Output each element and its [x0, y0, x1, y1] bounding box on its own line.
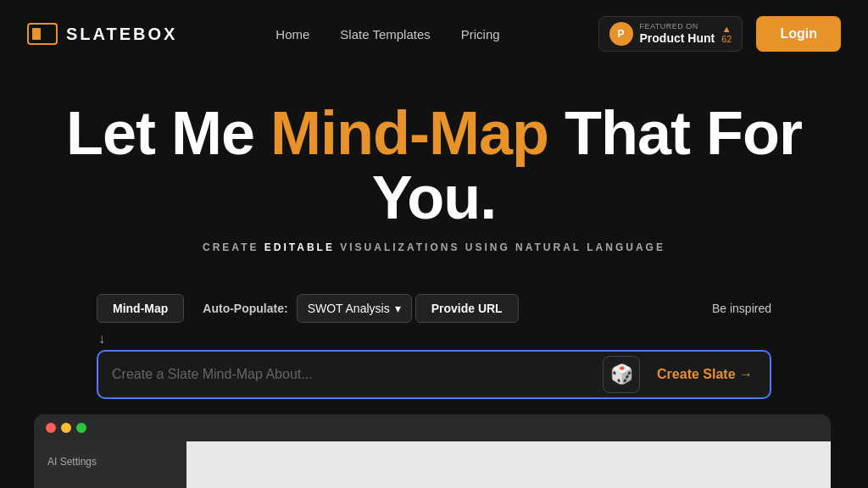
- logo: SLATEBOX: [27, 23, 177, 45]
- navbar: SLATEBOX Home Slate Templates Pricing P …: [0, 0, 868, 68]
- logo-text: SLATEBOX: [66, 25, 177, 44]
- close-dot: [46, 423, 56, 433]
- hero-section: Let Me Mind-Map That For You. CREATE EDI…: [0, 68, 868, 294]
- swot-label: SWOT Analysis: [308, 302, 390, 315]
- ph-text: FEATURED ON Product Hunt: [640, 22, 715, 46]
- ph-logo: P: [609, 22, 633, 46]
- minimize-dot: [61, 423, 71, 433]
- ph-count: ▲ 62: [721, 24, 732, 44]
- tab-mind-map[interactable]: Mind-Map: [97, 294, 184, 323]
- hero-title-highlight: Mind-Map: [270, 99, 548, 167]
- tool-area: Mind-Map Auto-Populate: SWOT Analysis ▾ …: [70, 294, 798, 399]
- ph-arrow: ▲: [722, 24, 732, 34]
- subtitle-editable: EDITABLE: [264, 241, 335, 253]
- main-input[interactable]: [112, 355, 596, 394]
- nav-home[interactable]: Home: [275, 27, 309, 42]
- arrow-down-icon: ↓: [98, 331, 771, 347]
- maximize-dot: [76, 423, 86, 433]
- tabs-row: Mind-Map Auto-Populate: SWOT Analysis ▾ …: [97, 294, 771, 323]
- nav-right: P FEATURED ON Product Hunt ▲ 62 Login: [598, 16, 841, 52]
- chevron-down-icon: ▾: [395, 302, 401, 315]
- login-button[interactable]: Login: [756, 16, 841, 52]
- auto-populate-label: Auto-Populate:: [187, 295, 291, 322]
- nav-links: Home Slate Templates Pricing: [275, 27, 499, 42]
- logo-icon: [27, 23, 58, 45]
- ai-settings-panel: AI Settings: [34, 441, 186, 488]
- hero-title-start: Let Me: [66, 99, 270, 167]
- be-inspired-link[interactable]: Be inspired: [712, 302, 771, 315]
- nav-templates[interactable]: Slate Templates: [340, 27, 430, 42]
- hero-title: Let Me Mind-Map That For You.: [27, 102, 841, 230]
- ph-name: Product Hunt: [640, 31, 715, 46]
- swot-select[interactable]: SWOT Analysis ▾: [297, 294, 412, 323]
- nav-pricing[interactable]: Pricing: [461, 27, 500, 42]
- dice-icon: 🎲: [610, 363, 633, 385]
- preview-window: AI Settings: [34, 414, 831, 488]
- auto-populate-group: Auto-Populate: SWOT Analysis ▾: [187, 294, 411, 323]
- ph-featured-label: FEATURED ON: [640, 22, 715, 31]
- dice-button[interactable]: 🎲: [603, 356, 640, 393]
- subtitle-create: CREATE: [203, 241, 259, 253]
- window-content: AI Settings: [34, 441, 831, 488]
- product-hunt-badge[interactable]: P FEATURED ON Product Hunt ▲ 62: [598, 16, 743, 52]
- tab-provide-url[interactable]: Provide URL: [415, 294, 519, 323]
- window-bar: [34, 414, 831, 441]
- ph-number: 62: [721, 34, 732, 44]
- input-row: 🎲 Create Slate →: [97, 350, 771, 399]
- hero-subtitle: CREATE EDITABLE VISUALIZATIONS USING NAT…: [27, 241, 841, 253]
- ai-settings-label: AI Settings: [47, 456, 97, 468]
- create-slate-button[interactable]: Create Slate →: [647, 367, 763, 382]
- subtitle-rest: VISUALIZATIONS USING NATURAL LANGUAGE: [340, 241, 665, 253]
- canvas-area: [186, 441, 831, 488]
